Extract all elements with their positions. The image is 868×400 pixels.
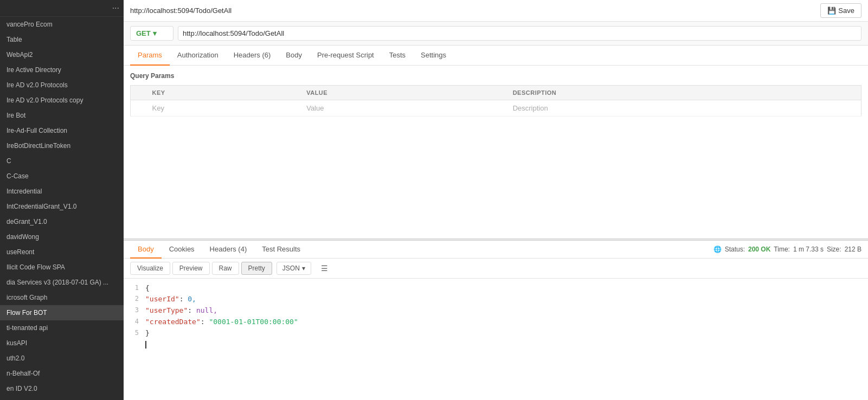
row-check-cell <box>131 100 147 117</box>
line-content: "userType": null, <box>145 305 217 317</box>
response-tab-headers-4[interactable]: Headers (4) <box>202 241 255 259</box>
topbar: http://localhost:5094/Todo/GetAll 💾 Save <box>124 0 868 22</box>
sidebar-item-14[interactable]: davidWong <box>0 229 124 244</box>
col-header-key: KEY <box>147 86 301 100</box>
response-tab-cookies[interactable]: Cookies <box>162 241 202 259</box>
sidebar-item-2[interactable]: WebApi2 <box>0 47 124 62</box>
sidebar-item-9[interactable]: C <box>0 153 124 169</box>
size-value: 212 B <box>845 246 861 253</box>
format-btn-raw[interactable]: Raw <box>212 262 239 275</box>
tab-pre-request-script[interactable]: Pre-request Script <box>310 46 382 66</box>
response-body: 1{2 "userId": 0,3 "userType": null,4 "cr… <box>124 279 868 401</box>
col-header-value: VALUE <box>301 86 507 100</box>
format-btn-preview[interactable]: Preview <box>172 262 210 275</box>
line-content: { <box>145 283 150 294</box>
sidebar-item-23[interactable]: n-Behalf-Of <box>0 366 124 381</box>
response-tab-body[interactable]: Body <box>130 241 162 259</box>
json-label: JSON <box>282 264 300 272</box>
status-label: Status: <box>725 246 745 253</box>
chevron-down-icon: ▾ <box>153 29 157 37</box>
line-number: 5 <box>124 328 145 338</box>
filter-icon-button[interactable]: ☰ <box>317 262 332 275</box>
tab-settings[interactable]: Settings <box>413 46 454 66</box>
time-value: 1 m 7.33 s <box>793 246 824 253</box>
tab-tests[interactable]: Tests <box>382 46 413 66</box>
code-line: 4 "createdDate": "0001-01-01T00:00:00" <box>124 317 868 328</box>
sidebar-item-4[interactable]: Ire AD v2.0 Protocols <box>0 78 124 93</box>
cursor-row <box>124 339 868 350</box>
line-number: 3 <box>124 305 145 315</box>
row-desc-cell[interactable]: Description <box>507 100 861 117</box>
sidebar-item-7[interactable]: Ire-Ad-Full Collection <box>0 123 124 138</box>
method-dropdown[interactable]: GET ▾ <box>130 26 173 41</box>
sidebar: ··· vancePro EcomTableWebApi2Ire Active … <box>0 0 124 400</box>
row-key-cell[interactable]: Key <box>147 100 301 117</box>
sidebar-item-17[interactable]: dia Services v3 (2018-07-01 GA) ... <box>0 275 124 290</box>
sidebar-item-0[interactable]: vancePro Ecom <box>0 17 124 32</box>
row-value-cell[interactable]: Value <box>301 100 507 117</box>
request-title: http://localhost:5094/Todo/GetAll <box>130 7 820 15</box>
response-tab-test-results[interactable]: Test Results <box>254 241 308 259</box>
response-status-bar: 🌐 Status: 200 OK Time: 1 m 7.33 s Size: … <box>713 246 861 253</box>
line-number: 2 <box>124 294 145 304</box>
json-format-dropdown[interactable]: JSON ▾ <box>277 262 311 275</box>
response-format-bar: VisualizePreviewRawPretty JSON ▾ ☰ <box>124 259 868 279</box>
sidebar-item-19[interactable]: Flow For BOT <box>0 305 124 320</box>
query-params-heading: Query Params <box>130 72 861 80</box>
save-icon: 💾 <box>827 7 836 15</box>
code-line: 1{ <box>124 283 868 294</box>
params-table-header: KEYVALUEDESCRIPTION <box>131 86 861 100</box>
tab-authorization[interactable]: Authorization <box>170 46 226 66</box>
col-check-header <box>131 86 147 100</box>
format-btn-pretty[interactable]: Pretty <box>241 262 272 275</box>
tab-body[interactable]: Body <box>278 46 310 66</box>
tab-params[interactable]: Params <box>130 46 170 66</box>
line-content: "createdDate": "0001-01-01T00:00:00" <box>145 317 298 328</box>
sidebar-item-10[interactable]: C-Case <box>0 169 124 184</box>
params-placeholder-row: Key Value Description <box>131 100 861 117</box>
sidebar-item-12[interactable]: IntCredentialGrant_V1.0 <box>0 199 124 214</box>
sidebar-item-22[interactable]: uth2.0 <box>0 351 124 366</box>
code-line: 2 "userId": 0, <box>124 294 868 305</box>
format-btn-visualize[interactable]: Visualize <box>130 262 170 275</box>
sidebar-item-13[interactable]: deGrant_V1.0 <box>0 214 124 229</box>
sidebar-item-11[interactable]: Intcredential <box>0 184 124 199</box>
tab-headers-6[interactable]: Headers (6) <box>226 46 279 66</box>
sidebar-item-6[interactable]: Ire Bot <box>0 108 124 123</box>
sidebar-menu-icon[interactable]: ··· <box>112 3 119 13</box>
sidebar-item-1[interactable]: Table <box>0 32 124 47</box>
sidebar-item-16[interactable]: Ilicit Code Flow SPA <box>0 260 124 275</box>
save-button[interactable]: 💾 Save <box>820 3 861 18</box>
url-bar: GET ▾ <box>124 22 868 46</box>
sidebar-item-5[interactable]: Ire AD v2.0 Protocols copy <box>0 93 124 108</box>
time-label: Time: <box>774 246 790 253</box>
code-line: 5} <box>124 328 868 339</box>
line-number: 1 <box>124 283 145 293</box>
sidebar-item-3[interactable]: Ire Active Directory <box>0 62 124 78</box>
chevron-down-icon: ▾ <box>302 264 305 272</box>
code-line: 3 "userType": null, <box>124 305 868 317</box>
sidebar-item-21[interactable]: kusAPI <box>0 336 124 351</box>
line-number: 4 <box>124 317 145 327</box>
line-content: } <box>145 328 150 339</box>
status-code: 200 OK <box>748 246 770 253</box>
params-table: KEYVALUEDESCRIPTION Key Value Descriptio… <box>130 85 861 117</box>
line-content: "userId": 0, <box>145 294 196 305</box>
col-header-description: DESCRIPTION <box>507 86 861 100</box>
url-input[interactable] <box>178 26 861 41</box>
globe-icon: 🌐 <box>713 246 722 253</box>
size-label: Size: <box>827 246 841 253</box>
sidebar-item-20[interactable]: ti-tenanted api <box>0 320 124 336</box>
response-tabs: BodyCookiesHeaders (4)Test Results 🌐 Sta… <box>124 241 868 259</box>
sidebar-header: ··· <box>0 0 124 17</box>
sidebar-item-8[interactable]: IreBotDirectLineToken <box>0 138 124 153</box>
sidebar-item-18[interactable]: icrosoft Graph <box>0 290 124 305</box>
text-cursor <box>145 341 146 349</box>
sidebar-item-24[interactable]: en ID V2.0 <box>0 381 124 396</box>
params-section: Query Params KEYVALUEDESCRIPTION Key Val… <box>124 66 868 238</box>
sidebar-item-15[interactable]: useReont <box>0 244 124 260</box>
response-section: BodyCookiesHeaders (4)Test Results 🌐 Sta… <box>124 241 868 401</box>
request-tabs: ParamsAuthorizationHeaders (6)BodyPre-re… <box>124 46 868 66</box>
main-panel: http://localhost:5094/Todo/GetAll 💾 Save… <box>124 0 868 400</box>
method-label: GET <box>136 29 151 37</box>
